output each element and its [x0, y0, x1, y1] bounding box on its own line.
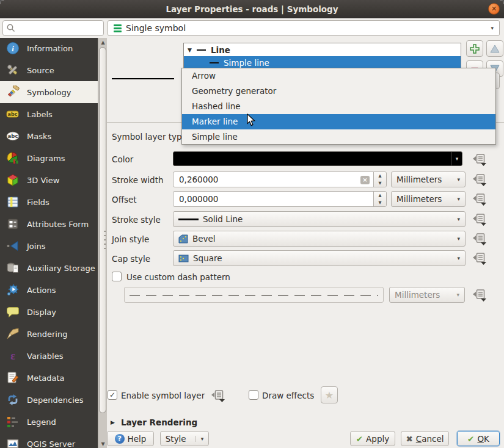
offset-unit-combobox[interactable]: Millimeters ▾ — [391, 191, 466, 207]
dropdown-item-arrow[interactable]: Arrow — [182, 68, 495, 84]
chevron-down-icon: ▾ — [457, 196, 460, 202]
sidebar-item-symbology[interactable]: Symbology — [0, 81, 98, 103]
sidebar-item-fields[interactable]: Fields — [0, 191, 98, 213]
tree-row-simple-line[interactable]: Simple line — [184, 56, 461, 69]
sidebar-item-label: Diagrams — [27, 154, 65, 163]
scroll-up-icon[interactable]: ▲ — [98, 38, 108, 46]
dash-unit-combobox[interactable]: Millimeters ▾ — [389, 287, 465, 303]
data-defined-override-icon[interactable] — [472, 212, 488, 226]
sidebar-item-attributes-form[interactable]: Attributes Form — [0, 213, 98, 235]
sidebar-item-label: Joins — [27, 242, 45, 251]
sidebar-item-label: Variables — [27, 352, 63, 361]
spin-up-icon[interactable]: ▲ — [374, 192, 386, 199]
ok-button[interactable]: ✔ OK — [457, 431, 500, 446]
titlebar[interactable]: Layer Properties - roads | Symbology ✕ — [0, 0, 504, 18]
cap-style-combobox[interactable]: Square ▾ — [173, 250, 466, 266]
data-defined-override-icon[interactable] — [472, 251, 488, 266]
tree-row-line[interactable]: ▼ Line — [184, 43, 461, 56]
sidebar-item-label: Rendering — [27, 330, 67, 339]
color-button[interactable]: ▾ — [173, 151, 462, 166]
sidebar-item-information[interactable]: i Information — [0, 37, 98, 59]
dash-pattern-preview-button[interactable] — [124, 287, 384, 303]
cap-style-value: Square — [193, 253, 222, 263]
chevron-down-icon: ▾ — [457, 216, 460, 222]
cancel-button[interactable]: ✖ Cancel — [401, 431, 449, 446]
svg-text:abc: abc — [8, 133, 18, 139]
sidebar-item-joins[interactable]: Joins — [0, 235, 98, 257]
expand-arrow-icon[interactable]: ▶ — [111, 419, 115, 425]
bevel-join-icon — [178, 234, 188, 244]
layer-properties-dialog: Layer Properties - roads | Symbology ✕ S… — [0, 0, 504, 448]
dropdown-item-simple-line[interactable]: Simple line — [182, 129, 495, 145]
sidebar-item-metadata[interactable]: Metadata — [0, 367, 98, 389]
splitter-handle[interactable] — [104, 231, 106, 251]
stroke-width-stepper[interactable]: ▲ ▼ — [373, 172, 386, 187]
search-input[interactable] — [2, 20, 104, 36]
style-button[interactable]: Style ▾ — [160, 431, 209, 446]
plus-icon — [469, 43, 480, 54]
chevron-down-icon: ▾ — [457, 176, 460, 182]
offset-value: 0,000000 — [179, 194, 218, 204]
dropdown-item-marker-line[interactable]: Marker line — [182, 114, 495, 129]
enable-symbol-layer-checkbox[interactable]: ✓ — [108, 390, 117, 400]
cross-icon: ✖ — [406, 434, 412, 444]
renderer-type-combobox[interactable]: Single symbol ▾ — [108, 20, 500, 36]
layer-rendering-group[interactable]: Layer Rendering — [121, 417, 197, 427]
data-defined-override-icon[interactable] — [472, 232, 488, 246]
style-button-label: Style — [166, 434, 186, 444]
sidebar-item-3d-view[interactable]: 3D View — [0, 169, 98, 191]
customize-effects-button[interactable]: ★ — [321, 386, 338, 403]
clear-value-icon[interactable]: ⨯ — [360, 176, 370, 184]
line-symbol-preview-icon — [210, 62, 219, 63]
sidebar-item-label: Attributes Form — [27, 220, 89, 229]
sidebar-item-display[interactable]: Display — [0, 301, 98, 323]
data-defined-override-icon[interactable] — [472, 153, 488, 167]
data-defined-override-icon[interactable] — [472, 288, 488, 302]
dropdown-item-hashed-line[interactable]: Hashed line — [182, 99, 495, 114]
data-defined-override-icon[interactable] — [472, 192, 488, 206]
scrollbar-handle[interactable] — [99, 47, 106, 413]
sidebar-item-label: Metadata — [27, 374, 65, 383]
check-icon: ✔ — [467, 434, 474, 444]
dropdown-item-geometry-generator[interactable]: Geometry generator — [182, 84, 495, 99]
join-style-combobox[interactable]: Bevel ▾ — [173, 231, 466, 247]
sidebar-item-label: Information — [27, 44, 73, 53]
move-up-button[interactable] — [486, 40, 503, 57]
sidebar-item-masks[interactable]: abc Masks — [0, 125, 98, 147]
chevron-down-icon[interactable]: ▾ — [451, 152, 462, 165]
spin-down-icon[interactable]: ▼ — [374, 179, 386, 187]
sidebar-item-legend[interactable]: Legend — [0, 411, 98, 433]
close-icon[interactable]: ✕ — [488, 3, 500, 15]
data-defined-override-icon[interactable] — [211, 389, 226, 403]
sidebar-item-labels[interactable]: abc Labels — [0, 103, 98, 125]
arrow-up-icon — [490, 45, 500, 53]
sidebar-item-qgis-server[interactable]: QGIS Server — [0, 433, 98, 448]
ok-button-label: OK — [477, 434, 489, 444]
data-defined-override-icon[interactable] — [472, 173, 488, 187]
sidebar-item-actions[interactable]: Actions — [0, 279, 98, 301]
svg-text:ε: ε — [10, 350, 15, 362]
draw-effects-checkbox[interactable] — [249, 390, 258, 400]
use-custom-dash-checkbox[interactable] — [112, 272, 122, 281]
sidebar-item-label: QGIS Server — [27, 439, 75, 448]
stroke-width-unit-combobox[interactable]: Millimeters ▾ — [391, 172, 466, 187]
offset-stepper[interactable]: ▲ ▼ — [373, 192, 386, 206]
sidebar-item-auxiliary-storage[interactable]: Auxiliary Storage — [0, 257, 98, 279]
sidebar-item-source[interactable]: Source — [0, 59, 98, 81]
sidebar-item-rendering[interactable]: Rendering — [0, 323, 98, 345]
add-symbol-layer-button[interactable] — [466, 40, 483, 57]
spin-up-icon[interactable]: ▲ — [374, 172, 386, 179]
apply-button[interactable]: ✔ Apply — [350, 431, 395, 446]
symbol-layer-tree[interactable]: ▼ Line Simple line — [183, 43, 461, 69]
sidebar-item-dependencies[interactable]: Dependencies — [0, 389, 98, 411]
tree-expander-icon[interactable]: ▼ — [188, 47, 192, 53]
stroke-width-input[interactable]: 0,260000 ⨯ ▲ ▼ — [173, 172, 387, 187]
sidebar-item-diagrams[interactable]: Diagrams — [0, 147, 98, 169]
stroke-style-combobox[interactable]: Solid Line ▾ — [173, 211, 466, 227]
spin-down-icon[interactable]: ▼ — [374, 199, 386, 206]
sidebar-item-variables[interactable]: ε Variables — [0, 345, 98, 367]
offset-input[interactable]: 0,000000 ▲ ▼ — [173, 191, 387, 207]
sidebar-item-label: Auxiliary Storage — [27, 264, 95, 273]
scroll-down-icon[interactable]: ▼ — [98, 439, 108, 448]
help-button[interactable]: ? Help — [107, 431, 154, 446]
